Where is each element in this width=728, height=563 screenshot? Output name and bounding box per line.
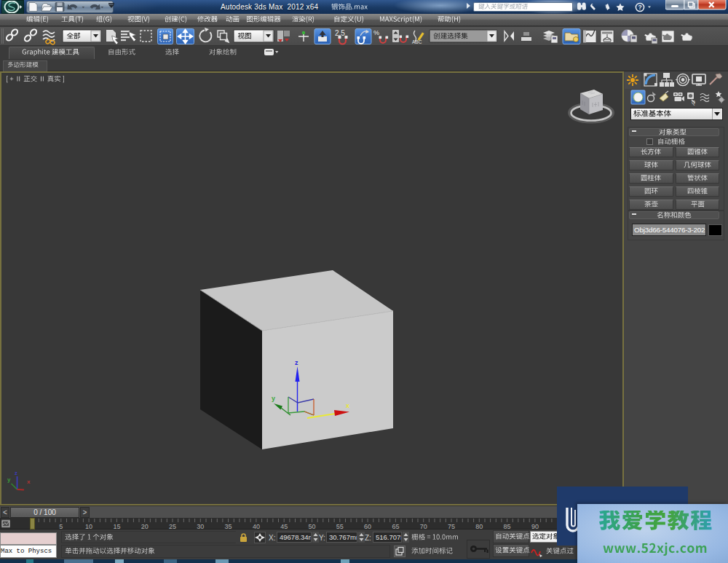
- svg-text:5: 5: [59, 523, 63, 530]
- svg-text:40: 40: [253, 523, 260, 530]
- svg-text:?: ?: [638, 4, 641, 11]
- svg-text:%: %: [373, 29, 379, 36]
- svg-text:10: 10: [85, 523, 92, 530]
- svg-text:z: z: [295, 359, 298, 366]
- svg-text:y: y: [272, 395, 275, 402]
- svg-text:Q: Q: [692, 100, 695, 106]
- svg-text:75: 75: [448, 523, 455, 530]
- svg-text:50: 50: [308, 523, 315, 530]
- svg-text:25: 25: [169, 523, 176, 530]
- svg-text:90: 90: [531, 523, 539, 530]
- svg-text:35: 35: [225, 523, 232, 530]
- svg-text:60: 60: [364, 523, 371, 530]
- svg-text:x: x: [346, 402, 349, 409]
- svg-text:55: 55: [336, 523, 344, 530]
- svg-text:x: x: [27, 479, 31, 485]
- svg-text:80: 80: [475, 523, 483, 530]
- svg-text:z: z: [15, 470, 17, 476]
- svg-text:ABC: ABC: [412, 39, 422, 44]
- svg-text:30: 30: [197, 523, 204, 530]
- svg-text:65: 65: [392, 523, 399, 530]
- svg-text:15: 15: [113, 523, 120, 530]
- svg-text:70: 70: [420, 523, 427, 530]
- svg-text:45: 45: [280, 523, 288, 530]
- svg-text:20: 20: [141, 523, 149, 530]
- svg-text:y: y: [7, 476, 11, 483]
- svg-text:85: 85: [504, 523, 511, 530]
